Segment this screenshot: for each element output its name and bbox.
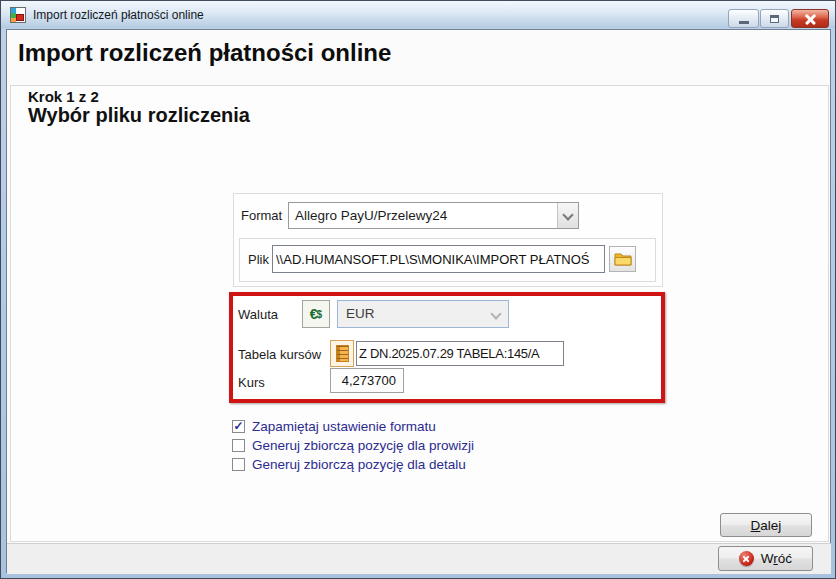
close-button[interactable] — [791, 9, 829, 28]
wizard-step-title: Wybór pliku rozliczenia — [28, 104, 250, 127]
minimize-button[interactable] — [728, 9, 759, 28]
option-aggregate-commission[interactable]: Generuj zbiorczą pozycję dla prowizji — [232, 437, 474, 454]
rate-table-label: Tabela kursów — [238, 347, 321, 362]
dialog-window: Import rozliczeń płatności online Import… — [0, 0, 836, 579]
back-button-label: Wróć — [761, 551, 792, 566]
currency-value: EUR — [346, 301, 375, 327]
wizard-step-label: Krok 1 z 2 — [28, 88, 99, 105]
rate-table-icon — [336, 345, 349, 362]
format-label: Format — [241, 208, 282, 223]
checkbox-unchecked-icon[interactable] — [232, 439, 245, 452]
currency-picker-button[interactable]: €$ — [302, 300, 330, 328]
maximize-button[interactable] — [760, 9, 789, 28]
format-combobox[interactable]: Allegro PayU/Przelewy24 — [288, 202, 579, 229]
format-dropdown-button[interactable] — [557, 203, 578, 228]
chevron-down-icon — [490, 308, 501, 319]
currency-combobox[interactable]: EUR — [337, 300, 509, 328]
currency-label: Waluta — [238, 307, 278, 322]
app-icon-part — [16, 14, 24, 21]
option-remember-format[interactable]: ✓ Zapamiętaj ustawienie formatu — [232, 418, 436, 435]
rate-field[interactable]: 4,273700 — [330, 368, 404, 393]
folder-icon — [614, 252, 632, 266]
maximize-icon — [770, 15, 779, 23]
browse-file-button[interactable] — [609, 246, 636, 272]
app-icon[interactable] — [10, 7, 26, 23]
page-title: Import rozliczeń płatności online — [18, 39, 391, 67]
option-label: Generuj zbiorczą pozycję dla detalu — [252, 457, 466, 472]
dollar-icon: $ — [317, 309, 323, 320]
chevron-down-icon — [562, 209, 573, 220]
minimize-icon — [739, 21, 749, 24]
checkbox-checked-icon[interactable]: ✓ — [232, 420, 245, 433]
option-label: Generuj zbiorczą pozycję dla prowizji — [252, 438, 474, 453]
rate-table-picker-button[interactable] — [330, 340, 354, 367]
file-label: Plik — [248, 252, 269, 267]
rate-table-field[interactable]: Z DN.2025.07.29 TABELA:145/A — [356, 341, 564, 366]
window-title: Import rozliczeń płatności online — [33, 8, 204, 22]
back-button[interactable]: Wróć — [718, 546, 813, 571]
file-path-input[interactable] — [272, 245, 605, 273]
back-cancel-icon — [739, 551, 754, 566]
option-aggregate-detail[interactable]: Generuj zbiorczą pozycję dla detalu — [232, 456, 466, 473]
bottom-bar — [7, 543, 831, 574]
option-label: Zapamiętaj ustawienie formatu — [252, 419, 436, 434]
next-button-label: Dalej — [751, 518, 782, 533]
checkbox-unchecked-icon[interactable] — [232, 458, 245, 471]
titlebar[interactable]: Import rozliczeń płatności online — [1, 1, 835, 28]
rate-label: Kurs — [238, 375, 265, 390]
format-value: Allegro PayU/Przelewy24 — [295, 203, 447, 228]
next-button[interactable]: Dalej — [720, 513, 812, 537]
